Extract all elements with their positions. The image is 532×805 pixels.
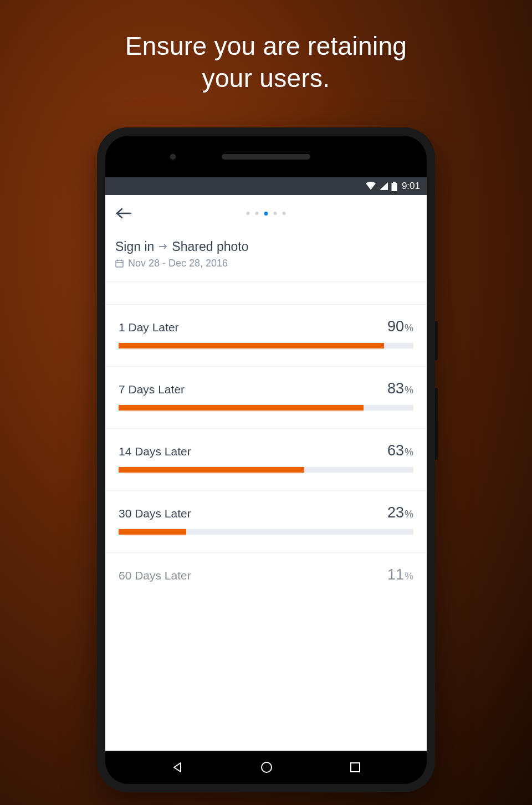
- retention-bar-fill: [119, 405, 364, 411]
- page-dot: [283, 212, 286, 215]
- retention-row: 60 Days Later 11%: [105, 553, 427, 583]
- page-dot: [274, 212, 277, 215]
- retention-list[interactable]: 1 Day Later 90% 7 Days Later 83%: [105, 305, 427, 751]
- back-button[interactable]: [115, 207, 133, 219]
- retention-value: 90: [387, 318, 404, 335]
- retention-row: 30 Days Later 23%: [105, 491, 427, 553]
- percent-symbol: %: [405, 447, 413, 458]
- retention-row: 7 Days Later 83%: [105, 367, 427, 429]
- page-indicator[interactable]: [247, 212, 286, 216]
- status-bar: 9:01: [105, 177, 427, 195]
- phone-camera: [169, 153, 177, 161]
- retention-label: 30 Days Later: [119, 507, 191, 520]
- retention-value: 63: [387, 442, 404, 459]
- battery-icon: [391, 182, 397, 191]
- nav-back-button[interactable]: [171, 761, 184, 774]
- retention-label: 60 Days Later: [119, 569, 191, 582]
- svg-rect-0: [393, 182, 396, 183]
- svg-rect-2: [116, 260, 123, 267]
- svg-rect-1: [391, 183, 397, 191]
- funnel-title: Sign in Shared photo: [115, 239, 417, 254]
- percent-symbol: %: [405, 571, 413, 582]
- status-time: 9:01: [402, 181, 420, 192]
- retention-row: 14 Days Later 63%: [105, 429, 427, 491]
- phone-speaker-grille: [222, 154, 310, 160]
- retention-value: 11: [387, 566, 404, 583]
- android-nav-bar: [105, 751, 427, 784]
- phone-screen: 9:01 Sign in: [105, 177, 427, 751]
- percent-symbol: %: [405, 509, 413, 520]
- arrow-right-icon: [158, 241, 167, 253]
- retention-label: 14 Days Later: [119, 445, 191, 458]
- svg-rect-7: [351, 763, 360, 772]
- retention-bar-track: [119, 405, 413, 411]
- retention-value: 23: [387, 504, 404, 521]
- percent-symbol: %: [405, 384, 413, 396]
- retention-bar-fill: [119, 467, 304, 473]
- funnel-start-event: Sign in: [115, 239, 154, 254]
- percent-symbol: %: [405, 322, 413, 334]
- retention-row: 1 Day Later 90%: [105, 305, 427, 367]
- retention-bar-track: [119, 529, 413, 535]
- svg-point-6: [262, 762, 272, 772]
- retention-bar-fill: [119, 343, 384, 348]
- date-range[interactable]: Nov 28 - Dec 28, 2016: [115, 258, 417, 269]
- page-dot: [247, 212, 250, 215]
- retention-bar-track: [119, 467, 413, 473]
- retention-label: 7 Days Later: [119, 383, 185, 396]
- wifi-icon: [365, 182, 376, 191]
- funnel-end-event: Shared photo: [172, 239, 248, 254]
- nav-recents-button[interactable]: [349, 761, 361, 773]
- phone-speaker-area: [105, 136, 427, 177]
- retention-label: 1 Day Later: [119, 321, 179, 334]
- power-button: [435, 321, 438, 360]
- signal-icon: [379, 182, 388, 191]
- calendar-icon: [115, 259, 124, 268]
- retention-value: 83: [387, 380, 404, 397]
- section-divider: [105, 281, 427, 305]
- date-range-text: Nov 28 - Dec 28, 2016: [128, 258, 228, 269]
- page-dot: [255, 212, 259, 215]
- phone-frame: 9:01 Sign in: [97, 127, 435, 792]
- retention-bar-fill: [119, 529, 186, 535]
- nav-home-button[interactable]: [260, 761, 273, 774]
- promo-headline: Ensure you are retaining your users.: [125, 30, 407, 94]
- retention-bar-track: [119, 343, 413, 348]
- app-header: Sign in Shared photo Nov 28 - Dec 28, 20…: [105, 195, 427, 281]
- page-dot-active: [264, 212, 268, 216]
- volume-button: [435, 388, 438, 460]
